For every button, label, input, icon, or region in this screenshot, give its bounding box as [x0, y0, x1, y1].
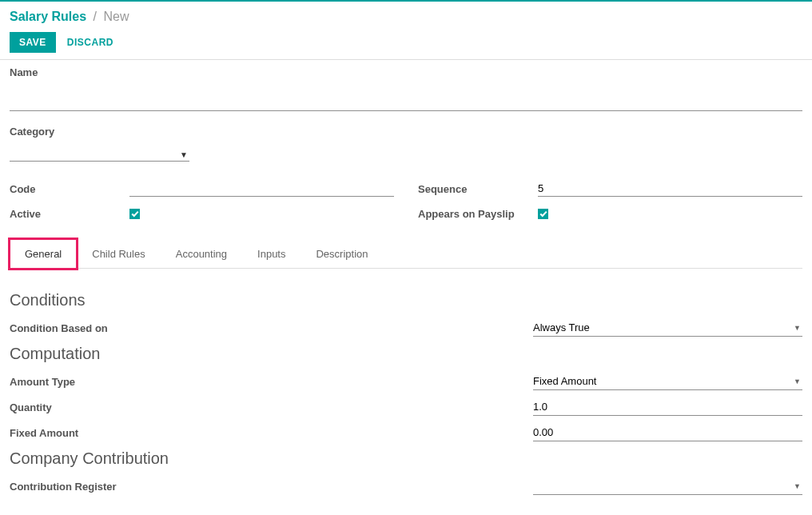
tabs: General Child Rules Accounting Inputs De…	[10, 239, 802, 269]
condition-based-select[interactable]	[533, 321, 792, 333]
chevron-down-icon[interactable]: ▼	[792, 377, 802, 385]
amount-type-select[interactable]	[533, 375, 792, 387]
name-label: Name	[10, 66, 802, 78]
amount-type-label: Amount Type	[10, 376, 533, 388]
code-label: Code	[10, 183, 129, 195]
breadcrumb: Salary Rules / New	[10, 10, 802, 24]
breadcrumb-sep: /	[94, 10, 97, 23]
chevron-down-icon[interactable]: ▼	[792, 324, 802, 332]
name-input[interactable]	[10, 83, 802, 111]
tab-child-rules[interactable]: Child Rules	[77, 239, 160, 268]
quantity-input[interactable]	[533, 401, 802, 413]
fixed-amount-input[interactable]	[533, 426, 802, 438]
sequence-input[interactable]	[538, 181, 802, 197]
tab-content-general: Conditions Condition Based on ▼ Computat…	[10, 269, 802, 495]
appears-label: Appears on Payslip	[418, 208, 538, 220]
chevron-down-icon[interactable]: ▼	[178, 150, 189, 159]
tab-general[interactable]: General	[10, 239, 77, 269]
tab-description[interactable]: Description	[301, 239, 383, 268]
save-button[interactable]: SAVE	[10, 32, 56, 53]
contribution-register-select[interactable]	[533, 480, 792, 492]
active-label: Active	[10, 208, 129, 220]
discard-button[interactable]: DISCARD	[64, 32, 117, 53]
breadcrumb-current: New	[103, 10, 129, 23]
tab-accounting[interactable]: Accounting	[161, 239, 242, 268]
sequence-label: Sequence	[418, 183, 538, 195]
form-sheet: Name Category ▼ Code Active Sequence	[0, 60, 812, 515]
fixed-amount-label: Fixed Amount	[10, 427, 533, 439]
contribution-register-label: Contribution Register	[10, 481, 533, 493]
category-label: Category	[10, 126, 802, 138]
company-contribution-title: Company Contribution	[10, 449, 802, 468]
breadcrumb-root[interactable]: Salary Rules	[10, 10, 86, 23]
tab-inputs[interactable]: Inputs	[242, 239, 301, 268]
quantity-label: Quantity	[10, 401, 533, 413]
category-input[interactable]	[10, 142, 178, 159]
header: Salary Rules / New SAVE DISCARD	[0, 2, 812, 60]
code-input[interactable]	[129, 181, 394, 197]
conditions-title: Conditions	[10, 291, 802, 309]
active-checkbox[interactable]	[129, 209, 140, 219]
chevron-down-icon[interactable]: ▼	[792, 482, 802, 490]
condition-based-label: Condition Based on	[10, 322, 533, 334]
appears-checkbox[interactable]	[538, 209, 548, 219]
computation-title: Computation	[10, 345, 802, 363]
